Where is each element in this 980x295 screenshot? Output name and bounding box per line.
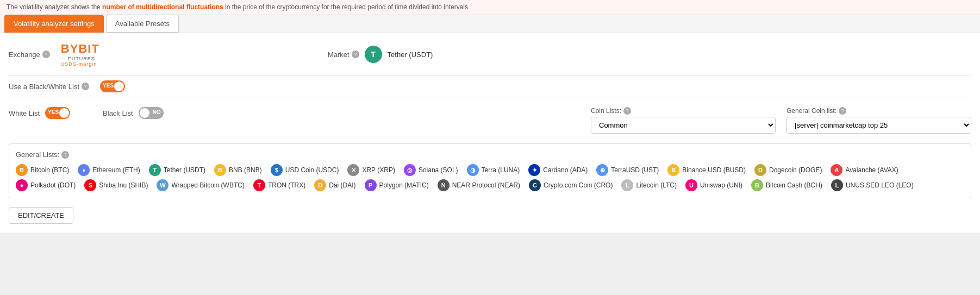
coin-name: Bitcoin Cash (BCH): [766, 181, 822, 189]
general-lists-help-icon[interactable]: ?: [61, 151, 69, 159]
coin-name: UNUS SED LEO (LEO): [846, 181, 914, 189]
coin-lists-label: Coin Lists: ?: [591, 107, 776, 115]
warning-text-after: in the price of the cryptocurrency for t…: [225, 3, 470, 11]
coin-item: WWrapped Bitcoin (WBTC): [157, 179, 244, 191]
coin-icon: ✦: [528, 164, 540, 176]
coin-icon: ◎: [404, 164, 416, 176]
coin-name: Uniswap (UNI): [700, 181, 742, 189]
coin-icon: ✕: [347, 164, 359, 176]
bw-toggle[interactable]: YES: [100, 80, 125, 92]
white-list-label: White List: [9, 109, 40, 117]
warning-bar: The volatility analyzer shows the number…: [0, 0, 980, 15]
general-coin-list-select[interactable]: [server] coinmarketcap top 25 [server] c…: [787, 117, 971, 134]
coin-icon: A: [831, 164, 842, 176]
coin-name: Polygon (MATIC): [379, 181, 429, 189]
tether-icon: T: [365, 46, 382, 63]
lists-controls-row: White List YES Black List NO Coin Lists:…: [9, 102, 971, 139]
coin-name: NEAR Protocol (NEAR): [452, 181, 520, 189]
coin-name: Binance USD (BUSD): [682, 166, 746, 174]
coin-item: $USD Coin (USDC): [271, 164, 339, 176]
coin-icon: ⊕: [596, 164, 608, 176]
coin-icon: ♦: [78, 164, 90, 176]
coin-name: Solana (SOL): [419, 166, 458, 174]
coins-grid: BBitcoin (BTC)♦Ethereum (ETH)TTether (US…: [16, 164, 964, 191]
coin-name: Dogecoin (DOGE): [769, 166, 822, 174]
coin-icon: D: [754, 164, 766, 176]
white-list-toggle[interactable]: YES: [45, 107, 70, 119]
coin-icon: W: [157, 179, 168, 191]
general-lists-section: General Lists: ? BBitcoin (BTC)♦Ethereum…: [9, 143, 971, 198]
general-lists-title: General Lists: ?: [16, 150, 964, 159]
tab-presets[interactable]: Available Presets: [106, 15, 179, 33]
bybit-usds-label: USDS-margin: [61, 61, 97, 67]
market-section: Market ? T Tether (USDT): [328, 46, 433, 63]
coin-lists-select[interactable]: Common Top 10 Top 25 Custom: [591, 117, 776, 134]
coin-icon: T: [253, 179, 265, 191]
market-help-icon[interactable]: ?: [352, 51, 359, 58]
coin-item: DDogecoin (DOGE): [754, 164, 822, 176]
coin-icon: $: [271, 164, 283, 176]
coin-item: AAvalanche (AVAX): [831, 164, 898, 176]
coin-name: BNB (BNB): [229, 166, 262, 174]
coin-name: Shiba Inu (SHIB): [99, 181, 148, 189]
warning-bold-text: number of multidirectional fluctuations: [102, 3, 223, 11]
general-coin-list-help-icon[interactable]: ?: [839, 107, 846, 115]
coin-item: BBitcoin (BTC): [16, 164, 69, 176]
coin-name: Bitcoin (BTC): [30, 166, 69, 174]
coin-icon: B: [667, 164, 679, 176]
bybit-logo-text: BYBIT: [61, 42, 99, 56]
coin-icon: D: [314, 179, 326, 191]
exchange-label: Exchange ?: [9, 51, 50, 59]
coin-icon: L: [831, 179, 843, 191]
white-list-section: White List YES: [9, 107, 70, 119]
coin-item: BBinance USD (BUSD): [667, 164, 746, 176]
coin-name: Tether (USDT): [164, 166, 205, 174]
coin-icon: ◑: [467, 164, 479, 176]
coin-icon: L: [621, 179, 633, 191]
coin-item: ◎Solana (SOL): [404, 164, 458, 176]
exchange-help-icon[interactable]: ?: [42, 51, 50, 58]
coin-icon: T: [149, 164, 161, 176]
coin-name: TRON (TRX): [268, 181, 305, 189]
coin-item: LUNUS SED LEO (LEO): [831, 179, 914, 191]
tabs-bar: Volatility analyzer settings Available P…: [0, 15, 980, 33]
coin-icon: B: [214, 164, 226, 176]
coin-icon: S: [84, 179, 96, 191]
coin-item: TTether (USDT): [149, 164, 205, 176]
black-list-toggle[interactable]: NO: [139, 107, 164, 119]
divider-1: [9, 76, 971, 76]
coin-item: ⊕TerraUSD (UST): [596, 164, 659, 176]
coin-item: ♦Ethereum (ETH): [78, 164, 140, 176]
coin-item: BBitcoin Cash (BCH): [751, 179, 822, 191]
coin-icon: P: [365, 179, 377, 191]
bw-list-help-icon[interactable]: ?: [82, 83, 89, 90]
coin-item: TTRON (TRX): [253, 179, 305, 191]
divider-2: [9, 97, 971, 97]
coin-name: Crypto.com Coin (CRO): [544, 181, 613, 189]
coin-icon: N: [438, 179, 450, 191]
bw-toggle-row: Use a Black/White List ? YES: [9, 80, 971, 92]
coin-item: PPolygon (MATIC): [365, 179, 429, 191]
bw-list-label: Use a Black/White List ?: [9, 83, 89, 91]
coin-item: ◑Terra (LUNA): [467, 164, 520, 176]
coin-name: Ethereum (ETH): [92, 166, 140, 174]
coin-item: ✦Cardano (ADA): [528, 164, 588, 176]
coin-item: CCrypto.com Coin (CRO): [529, 179, 613, 191]
coin-item: NNEAR Protocol (NEAR): [438, 179, 520, 191]
coin-lists-help-icon[interactable]: ?: [623, 107, 631, 115]
dropdowns-section: Coin Lists: ? Common Top 10 Top 25 Custo…: [591, 107, 971, 134]
tab-settings[interactable]: Volatility analyzer settings: [4, 15, 104, 33]
coin-item: LLitecoin (LTC): [621, 179, 676, 191]
coin-icon: B: [751, 179, 763, 191]
black-list-label: Black List: [103, 109, 133, 117]
coin-item: UUniswap (UNI): [685, 179, 742, 191]
black-list-section: Black List NO: [103, 107, 164, 119]
coin-icon: ●: [16, 179, 28, 191]
market-label: Market ?: [328, 51, 359, 59]
coin-name: Polkadot (DOT): [30, 181, 76, 189]
coin-name: Dai (DAI): [329, 181, 355, 189]
edit-create-button[interactable]: EDIT/CREATE: [9, 207, 73, 224]
coin-name: Wrapped Bitcoin (WBTC): [171, 181, 244, 189]
coin-item: BBNB (BNB): [214, 164, 262, 176]
general-coin-list-label: General Coin list: ?: [787, 107, 971, 115]
